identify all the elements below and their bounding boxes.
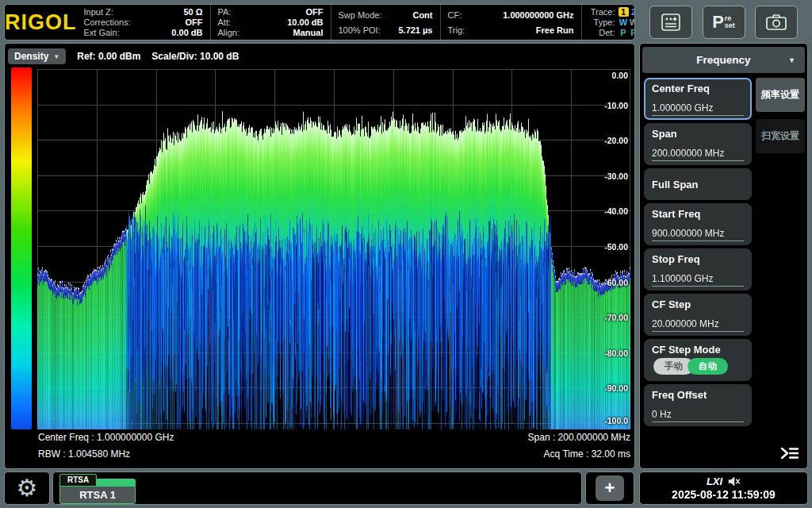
trace-row-label: Trace: <box>591 7 615 17</box>
trace-row: Type:WWWWWW <box>587 17 636 27</box>
menu-item-label: CF Step Mode <box>652 344 744 356</box>
menu-item-label: Start Freq <box>652 208 744 220</box>
amplitude-tick-label: -70.00 <box>604 313 628 322</box>
amplitude-tick-label: -30.00 <box>604 171 628 181</box>
trace-status[interactable]: Trace:123456Type:WWWWWWDet:PPPPPP <box>581 5 636 40</box>
menu-item-label: CF Step <box>652 298 744 310</box>
scale-div-readout: Scale/Div: 10.00 dB <box>151 51 239 62</box>
menu-item-value: 0 Hz <box>652 409 744 422</box>
menu-item-start-freq[interactable]: Start Freq900.000000 MHz <box>644 203 752 245</box>
readout-label: Corrections: <box>84 17 131 27</box>
readout-label: Att: <box>218 17 232 27</box>
readout-value: Cont <box>412 10 432 20</box>
readout-label: Ext Gain: <box>84 28 120 37</box>
tab-accent-strip <box>97 479 136 486</box>
readout-value: Manual <box>293 28 324 37</box>
density-colorbar <box>11 67 32 429</box>
readout-value: 0.00 dB <box>171 28 202 37</box>
frequency-menu-panel: Frequency ▼ Center Freq1.000000 GHzSpan2… <box>639 43 808 469</box>
status-info-panel: LXI 2025-08-12 11:59:09 <box>639 471 808 505</box>
menu-item-center-freq[interactable]: Center Freq1.000000 GHz <box>644 78 752 120</box>
amplitude-tick-label: -90.00 <box>604 383 628 393</box>
menu-item-value: 1.100000 GHz <box>652 273 744 287</box>
display-mode-label: Density <box>14 51 48 62</box>
menu-item-label: Center Freq <box>652 83 744 94</box>
rigol-logo: RIGOL <box>5 4 77 40</box>
readout-group: PA:OFFAtt:10.00 dBAlign:Manual <box>210 5 331 40</box>
trace-row-label: Type: <box>594 17 615 27</box>
menu-item-cf-step[interactable]: CF Step20.000000 MHz <box>644 294 752 336</box>
amplitude-tick-label: -80.00 <box>604 348 628 358</box>
trace-number: 2 <box>629 7 636 17</box>
side-tab[interactable]: 扫宽设置 <box>756 119 805 153</box>
trace-row-label: Det: <box>599 28 615 37</box>
screenshot-button[interactable] <box>755 6 798 39</box>
expand-menu-icon[interactable] <box>779 445 800 461</box>
amplitude-tick-label: -50.00 <box>604 242 628 252</box>
gear-icon[interactable]: ⚙ <box>17 476 38 500</box>
menu-item-full-span[interactable]: Full Span <box>644 168 752 200</box>
menu-header-dropdown[interactable]: Frequency ▼ <box>642 47 805 73</box>
tab-rtsa-1[interactable]: RTSA RTSA 1 <box>59 474 136 504</box>
datetime-readout: 2025-08-12 11:59:09 <box>672 488 776 501</box>
menu-item-value: 20.000000 MHz <box>652 318 744 332</box>
readout-value: 5.721 µs <box>398 25 432 35</box>
spectrum-plot-area[interactable]: 0.00-10.00-20.00-30.00-40.00-50.00-60.00… <box>37 69 630 429</box>
display-header: Density ▼ Ref: 0.00 dBm Scale/Div: 10.00… <box>8 47 239 66</box>
lxi-status-label: LXI <box>707 475 722 487</box>
menu-item-cf-step-mode[interactable]: CF Step Mode手动自动 <box>644 339 752 381</box>
readout-group: CF:1.000000000 GHzTrig:Free Run <box>440 5 581 40</box>
readout-label: Trig: <box>448 25 465 35</box>
trace-row: Det:PPPPPP <box>587 28 636 37</box>
add-mode-panel: + <box>585 471 634 505</box>
cf-step-mode-toggle[interactable]: 手动自动 <box>653 358 744 375</box>
add-mode-button[interactable]: + <box>596 475 624 501</box>
annotation-row-1: Center Freq : 1.000000000 GHz Span : 200… <box>38 432 630 443</box>
spectrum-display-panel: Density ▼ Ref: 0.00 dBm Scale/Div: 10.00… <box>4 43 635 469</box>
menu-item-stop-freq[interactable]: Stop Freq1.100000 GHz <box>644 248 752 291</box>
tab-group-label: RTSA <box>59 474 97 486</box>
amplitude-tick-label: 0.00 <box>612 71 628 80</box>
readout-value: 1.000000000 GHz <box>503 10 573 20</box>
keypad-button[interactable] <box>649 6 692 39</box>
trace-number: 1 <box>619 7 629 17</box>
readout-value: OFF <box>306 7 324 17</box>
side-tab[interactable]: 频率设置 <box>756 78 805 112</box>
menu-item-value: 1.000000 GHz <box>652 102 744 116</box>
amplitude-tick-label: -40.00 <box>604 206 628 216</box>
amplitude-tick-label: -100.0 <box>604 416 628 425</box>
readout-label: PA: <box>218 7 232 17</box>
readout-group: Input Z:50 ΩCorrections:OFFExt Gain:0.00… <box>77 5 210 40</box>
menu-item-label: Freq Offset <box>652 389 744 401</box>
chevron-down-icon: ▼ <box>788 56 795 64</box>
tab-name-label: RTSA 1 <box>59 486 136 504</box>
display-mode-dropdown[interactable]: Density ▼ <box>8 48 66 64</box>
amplitude-tick-label: -60.00 <box>604 278 628 287</box>
speaker-muted-icon <box>728 476 741 487</box>
readout-row: Att:10.00 dB <box>218 17 324 27</box>
status-readouts: Input Z:50 ΩCorrections:OFFExt Gain:0.00… <box>77 5 581 40</box>
toggle-option[interactable]: 自动 <box>688 358 728 375</box>
readout-label: 100% POI: <box>339 25 381 35</box>
menu-items-column: Center Freq1.000000 GHzSpan200.000000 MH… <box>644 78 752 426</box>
readout-label: Swp Mode: <box>339 10 382 20</box>
readout-row: CF:1.000000000 GHz <box>448 10 574 20</box>
readout-row: Corrections:OFF <box>84 17 203 27</box>
readout-row: Input Z:50 Ω <box>84 7 203 17</box>
density-spectrum-canvas <box>37 69 630 429</box>
readout-label: Input Z: <box>84 7 113 17</box>
readout-value: Free Run <box>536 25 574 35</box>
menu-item-span[interactable]: Span200.000000 MHz <box>644 123 752 165</box>
trace-type: W <box>629 17 636 27</box>
span-annotation: Span : 200.000000 MHz <box>528 432 630 443</box>
readout-value: 10.00 dB <box>287 17 323 27</box>
preset-button[interactable]: P reset <box>703 6 745 39</box>
readout-value: 50 Ω <box>183 7 202 17</box>
chevron-down-icon: ▼ <box>53 53 59 60</box>
acq-time-annotation: Acq Time : 32.00 ms <box>544 448 630 460</box>
menu-header-label: Frequency <box>696 54 750 66</box>
menu-item-freq-offset[interactable]: Freq Offset0 Hz <box>644 384 752 426</box>
trace-det: P <box>629 28 636 37</box>
menu-item-label: Full Span <box>652 179 744 190</box>
trace-det: P <box>619 28 629 37</box>
